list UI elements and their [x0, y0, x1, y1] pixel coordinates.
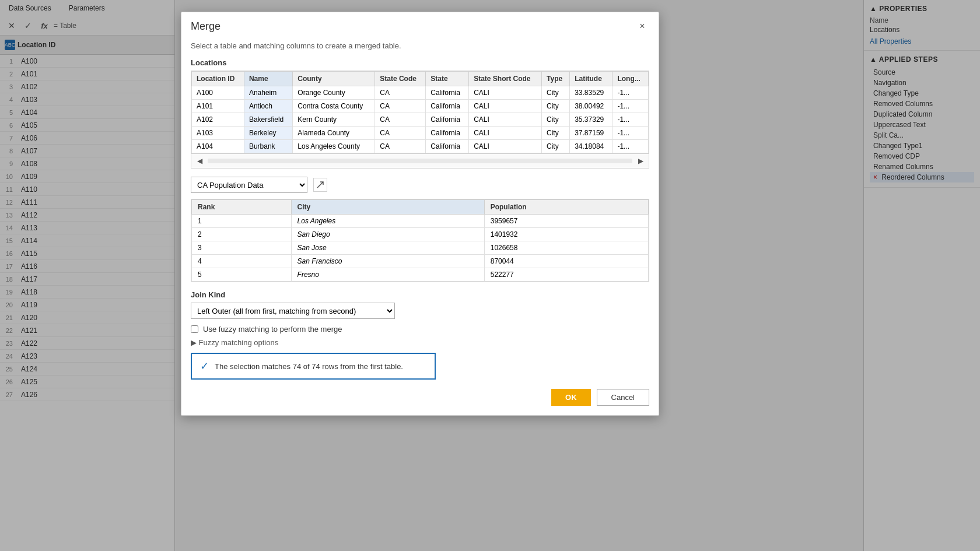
col-rank[interactable]: Rank [192, 200, 292, 215]
modal-footer: OK Cancel [191, 389, 649, 406]
first-table-container: Location ID Name County State Code State… [191, 71, 649, 169]
scroll-left-button[interactable]: ◀ [194, 155, 205, 167]
modal-subtitle: Select a table and matching columns to c… [191, 41, 649, 50]
col-population[interactable]: Population [484, 200, 648, 215]
first-table-label: Locations [191, 58, 649, 67]
table-row[interactable]: A104BurbankLos Angeles CountyCACaliforni… [192, 140, 649, 153]
col-longitude[interactable]: Long... [612, 72, 649, 86]
table-row[interactable]: 1Los Angeles3959657 [192, 215, 649, 228]
table-row[interactable]: A101AntiochContra Costa CountyCACaliforn… [192, 100, 649, 113]
table-row[interactable]: 5Fresno522277 [192, 268, 649, 282]
fuzzy-checkbox-row: Use fuzzy matching to perform the merge [191, 325, 649, 334]
close-button[interactable]: × [635, 19, 649, 33]
fuzzy-checkbox[interactable] [191, 325, 198, 333]
table-row[interactable]: 2San Diego1401932 [192, 228, 649, 241]
table-row[interactable]: A100AnaheimOrange CountyCACaliforniaCALI… [192, 86, 649, 100]
col-state-short-code[interactable]: State Short Code [469, 72, 542, 86]
fuzzy-options-expand[interactable]: ▶ Fuzzy matching options [191, 338, 649, 347]
cancel-button[interactable]: Cancel [597, 389, 649, 406]
second-table-select[interactable]: CA Population Data [191, 177, 307, 193]
col-state[interactable]: State [426, 72, 469, 86]
merge-dialog: Merge × Select a table and matching colu… [181, 12, 659, 416]
fuzzy-checkbox-label[interactable]: Use fuzzy matching to perform the merge [203, 325, 342, 334]
match-text: The selection matches 74 of 74 rows from… [215, 362, 403, 371]
table-row[interactable]: 4San Francisco870044 [192, 255, 649, 268]
col-location-id[interactable]: Location ID [192, 72, 244, 86]
table-row[interactable]: A103BerkeleyAlameda CountyCACaliforniaCA… [192, 127, 649, 140]
first-table-scroll: ◀ ▶ [191, 153, 649, 168]
second-table-container: Rank City Population 1Los Angeles3959657… [191, 199, 649, 282]
col-state-code[interactable]: State Code [375, 72, 426, 86]
join-kind-select[interactable]: Left Outer (all from first, matching fro… [191, 303, 395, 319]
col-name[interactable]: Name [244, 72, 292, 86]
first-table: Location ID Name County State Code State… [191, 71, 649, 153]
table-row[interactable]: A102BakersfieldKern CountyCACaliforniaCA… [192, 113, 649, 127]
match-check-icon: ✓ [200, 360, 209, 373]
second-table-dropdown-row: CA Population Data [191, 177, 649, 193]
second-table: Rank City Population 1Los Angeles3959657… [191, 199, 649, 282]
col-latitude[interactable]: Latitude [570, 72, 612, 86]
match-banner: ✓ The selection matches 74 of 74 rows fr… [191, 353, 436, 380]
modal-body: Select a table and matching columns to c… [181, 36, 659, 415]
col-county[interactable]: County [293, 72, 375, 86]
join-kind-section: Join Kind Left Outer (all from first, ma… [191, 290, 649, 319]
col-type[interactable]: Type [542, 72, 570, 86]
table-row[interactable]: 3San Jose1026658 [192, 241, 649, 255]
col-city[interactable]: City [291, 200, 484, 215]
ok-button[interactable]: OK [551, 389, 591, 406]
scroll-right-button[interactable]: ▶ [635, 155, 646, 167]
modal-titlebar: Merge × [181, 12, 659, 36]
scroll-track[interactable] [208, 159, 632, 163]
external-link-icon[interactable] [313, 178, 327, 192]
modal-title: Merge [191, 20, 220, 33]
join-kind-label: Join Kind [191, 290, 649, 299]
